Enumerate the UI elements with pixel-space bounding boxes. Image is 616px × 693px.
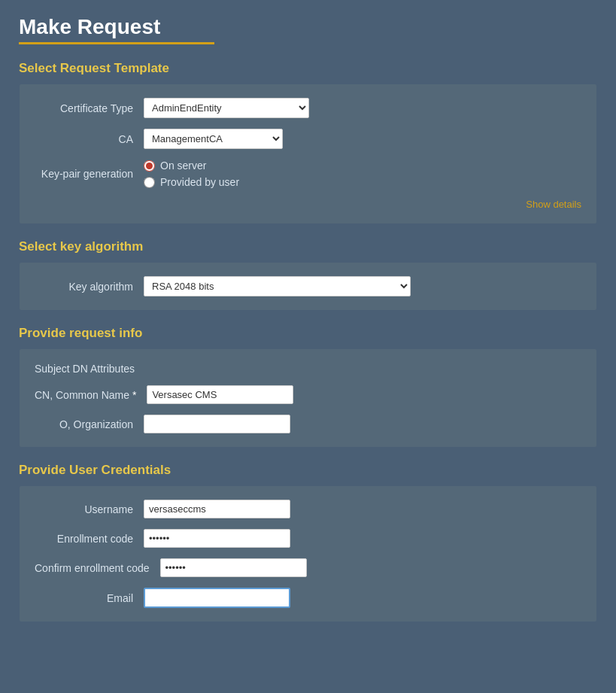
ca-select[interactable]: ManagementCA RootCA [144, 129, 283, 149]
key-algorithm-select[interactable]: RSA 2048 bits RSA 4096 bits EC 256 bits … [144, 276, 411, 296]
title-underline [19, 42, 214, 44]
on-server-label: On server [160, 160, 206, 172]
ca-row: CA ManagementCA RootCA [35, 129, 581, 149]
request-template-section: Select Request Template Certificate Type… [19, 61, 597, 224]
email-label: Email [35, 592, 144, 604]
org-row: O, Organization [35, 415, 581, 433]
keypair-label: Key-pair generation [35, 168, 144, 180]
on-server-radio[interactable] [144, 160, 155, 172]
provided-by-user-label: Provided by user [160, 176, 239, 188]
org-label: O, Organization [35, 418, 144, 430]
request-info-box: Subject DN Attributes CN, Common Name O,… [19, 348, 597, 448]
certificate-type-row: Certificate Type AdminEndEntity EndEntit… [35, 98, 581, 118]
confirm-enrollment-input[interactable] [160, 558, 307, 577]
keypair-radio-group: On server Provided by user [144, 160, 239, 188]
request-template-title: Select Request Template [19, 61, 597, 76]
key-algorithm-section: Select key algorithm Key algorithm RSA 2… [19, 239, 597, 311]
cn-label: CN, Common Name [35, 389, 147, 401]
key-algorithm-row: Key algorithm RSA 2048 bits RSA 4096 bit… [35, 276, 581, 296]
username-label: Username [35, 503, 144, 515]
key-algorithm-label: Key algorithm [35, 281, 144, 293]
certificate-type-select[interactable]: AdminEndEntity EndEntity SubCA [144, 98, 309, 118]
cn-input[interactable] [147, 385, 293, 404]
org-input[interactable] [144, 415, 290, 433]
email-row: Email [35, 588, 581, 608]
show-details-link[interactable]: Show details [526, 199, 581, 210]
email-input[interactable] [144, 588, 290, 608]
page-container: Make Request Select Request Template Cer… [0, 0, 616, 652]
request-info-title: Provide request info [19, 326, 597, 341]
user-credentials-section: Provide User Credentials Username Enroll… [19, 463, 597, 622]
enrollment-code-input[interactable] [144, 529, 290, 548]
confirm-enrollment-row: Confirm enrollment code [35, 558, 581, 577]
request-info-section: Provide request info Subject DN Attribut… [19, 326, 597, 448]
key-algorithm-title: Select key algorithm [19, 239, 597, 254]
username-input[interactable] [144, 500, 290, 518]
ca-label: CA [35, 133, 144, 145]
user-credentials-title: Provide User Credentials [19, 463, 597, 478]
request-template-box: Certificate Type AdminEndEntity EndEntit… [19, 84, 597, 224]
user-credentials-box: Username Enrollment code Confirm enrollm… [19, 485, 597, 622]
on-server-option: On server [144, 160, 239, 172]
certificate-type-label: Certificate Type [35, 102, 144, 114]
enrollment-code-row: Enrollment code [35, 529, 581, 548]
enrollment-code-label: Enrollment code [35, 533, 144, 545]
provided-by-user-radio[interactable] [144, 177, 155, 188]
cn-row: CN, Common Name [35, 385, 581, 404]
confirm-enrollment-label: Confirm enrollment code [35, 562, 160, 574]
page-title: Make Request [19, 15, 597, 39]
show-details-row: Show details [35, 199, 581, 210]
subject-dn-title: Subject DN Attributes [35, 363, 581, 375]
key-algorithm-box: Key algorithm RSA 2048 bits RSA 4096 bit… [19, 262, 597, 311]
username-row: Username [35, 500, 581, 518]
keypair-row: Key-pair generation On server Provided b… [35, 160, 581, 188]
provided-by-user-option: Provided by user [144, 176, 239, 188]
